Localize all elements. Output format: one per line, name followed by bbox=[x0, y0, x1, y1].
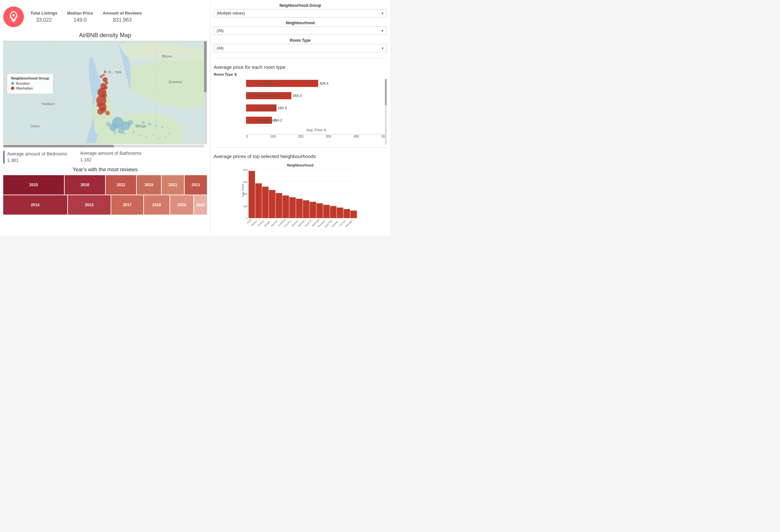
right-panel: Neighbourhood Group (Multiple values) Ne… bbox=[210, 3, 387, 233]
nbh-bar-1[interactable] bbox=[255, 183, 262, 218]
bar-value-1: 269.3 bbox=[293, 94, 302, 98]
svg-text:0: 0 bbox=[246, 217, 248, 220]
avg-price-label: Avg. Price bbox=[306, 128, 323, 132]
bedrooms-value: 1.381 bbox=[7, 158, 67, 163]
treemap-cell-0-0[interactable]: 2015 bbox=[3, 175, 64, 195]
svg-point-21 bbox=[102, 93, 107, 98]
treemap-cell-1-4[interactable]: 2022 bbox=[170, 195, 194, 215]
svg-point-46 bbox=[152, 135, 154, 137]
total-listings-value: 33,022 bbox=[36, 17, 52, 23]
median-price-label: Median Price bbox=[67, 11, 93, 16]
svg-point-23 bbox=[105, 82, 108, 85]
svg-point-33 bbox=[118, 127, 124, 134]
axis-tick-100: 100 bbox=[270, 135, 276, 138]
nbh-bar-6[interactable] bbox=[289, 197, 296, 218]
svg-point-40 bbox=[161, 126, 164, 128]
bar-value-0: 428.4 bbox=[320, 82, 329, 85]
treemap-cell-1-3[interactable]: 2018 bbox=[144, 195, 169, 215]
chart-scrollbar-thumb bbox=[385, 79, 387, 105]
legend-item-brooklyn: Brooklyn bbox=[11, 82, 49, 85]
neighbourhood-label: Neighbourhood bbox=[214, 21, 387, 25]
room-type-select[interactable]: (All) bbox=[214, 44, 387, 52]
treemap-cell-1-5[interactable]: 2020 bbox=[194, 195, 207, 215]
header: airbnb Total Listings 33,022 Median Pric… bbox=[3, 3, 207, 31]
svg-point-0 bbox=[12, 14, 14, 16]
neighbourhood-group-select[interactable]: (Multiple values) bbox=[214, 9, 387, 17]
nbh-chart: NeighbourhoodAvg. Price8006004002000SoHo… bbox=[214, 162, 387, 233]
manhattan-dot bbox=[11, 87, 14, 90]
bathrooms-value: 1.182 bbox=[80, 157, 142, 162]
treemap-cell-0-2[interactable]: 2012 bbox=[106, 175, 136, 195]
neighbourhood-select[interactable]: (All) bbox=[214, 26, 387, 35]
nbh-bar-12[interactable] bbox=[330, 206, 337, 218]
svg-point-48 bbox=[164, 136, 166, 138]
svg-point-47 bbox=[158, 138, 160, 139]
svg-text:Queens: Queens bbox=[168, 79, 182, 84]
nbh-bar-9[interactable] bbox=[310, 202, 316, 218]
nbh-bar-3[interactable] bbox=[269, 190, 276, 218]
nbh-bar-4[interactable] bbox=[276, 193, 282, 218]
airbnb-logo: airbnb bbox=[3, 6, 24, 27]
treemap-row-0: 201520162012201920212011 bbox=[3, 175, 207, 195]
svg-point-44 bbox=[139, 135, 141, 137]
room-type-chart: Average price for each room type Room Ty… bbox=[214, 64, 387, 145]
nbh-bar-8[interactable] bbox=[303, 200, 309, 218]
svg-point-35 bbox=[106, 122, 111, 126]
nbh-bar-5[interactable] bbox=[283, 196, 289, 218]
map-right-scrollbar[interactable] bbox=[204, 41, 207, 144]
bedrooms-bar-indicator bbox=[3, 151, 4, 164]
room-type-filter: Room Type (All) bbox=[214, 38, 387, 52]
nbh-bar-14[interactable] bbox=[344, 209, 350, 218]
bar-row-1: Entire home/apt269.3 bbox=[246, 91, 387, 100]
neighbourhood-chart: Average prices of top selected Neighbour… bbox=[214, 154, 387, 233]
axis-tick-0: 0 bbox=[246, 135, 248, 138]
nbh-bar-13[interactable] bbox=[337, 208, 343, 218]
nbh-bar-0[interactable] bbox=[249, 171, 255, 218]
treemap-cell-0-5[interactable]: 2011 bbox=[185, 175, 207, 195]
bar-row-3: Shared room154.2 bbox=[246, 116, 387, 125]
treemap-cell-0-4[interactable]: 2021 bbox=[162, 175, 184, 195]
bathrooms-stat: Average amount of Bathrooms 1.182 bbox=[80, 151, 142, 162]
svg-point-28 bbox=[102, 74, 105, 76]
median-price-value: 149.0 bbox=[74, 17, 87, 23]
total-listings-label: Total Listings bbox=[31, 11, 58, 16]
treemap-cell-1-2[interactable]: 2017 bbox=[111, 195, 143, 215]
map-container[interactable]: Bronx Queens Kings Hudson Union N... Yor… bbox=[3, 41, 207, 144]
bar-row-0: Hotel room428.4 bbox=[246, 79, 387, 88]
svg-text:N... York: N... York bbox=[108, 70, 121, 74]
nbh-bar-10[interactable] bbox=[316, 203, 323, 218]
median-price-stat: Median Price 149.0 bbox=[67, 11, 93, 23]
map-bottom-scrollbar[interactable] bbox=[3, 145, 204, 147]
treemap-cell-1-0[interactable]: 2014 bbox=[3, 195, 67, 215]
map-legend: Neighbourhood Group Brooklyn Manhattan bbox=[7, 73, 53, 94]
treemap-cell-0-3[interactable]: 2019 bbox=[137, 175, 161, 195]
divider-1 bbox=[214, 58, 387, 58]
bar-label-2: Private room bbox=[246, 106, 277, 110]
amount-reviews-label: Amount of Reviews bbox=[103, 11, 142, 16]
svg-point-26 bbox=[105, 111, 110, 115]
svg-point-37 bbox=[142, 121, 145, 124]
nbh-bar-7[interactable] bbox=[296, 199, 303, 218]
treemap-cell-0-1[interactable]: 2016 bbox=[65, 175, 105, 195]
treemap-cell-1-1[interactable]: 2013 bbox=[68, 195, 111, 215]
neighbourhood-chart-title: Average prices of top selected Neighbour… bbox=[214, 154, 387, 159]
sort-icon[interactable]: ⇅ bbox=[234, 73, 237, 76]
total-listings-stat: Total Listings 33,022 bbox=[31, 11, 58, 23]
legend-item-manhattan: Manhattan bbox=[11, 86, 49, 90]
svg-point-36 bbox=[135, 124, 139, 128]
svg-point-39 bbox=[155, 124, 157, 127]
nbh-bar-11[interactable] bbox=[324, 205, 330, 218]
sort-icon-2[interactable]: ⇅ bbox=[324, 128, 326, 132]
svg-text:400: 400 bbox=[243, 193, 248, 196]
nbh-chart-svg: NeighbourhoodAvg. Price8006004002000SoHo… bbox=[214, 162, 387, 233]
divider-2 bbox=[214, 147, 387, 148]
nbh-bar-15[interactable] bbox=[350, 211, 357, 218]
nbh-bar-2[interactable] bbox=[262, 187, 269, 218]
map-title: AirBNB density Map bbox=[3, 32, 207, 39]
amount-reviews-value: 831,963 bbox=[113, 17, 132, 23]
room-type-label: Room Type bbox=[214, 38, 387, 43]
svg-point-25 bbox=[101, 107, 106, 113]
room-type-header-label: Room Type bbox=[214, 72, 233, 76]
bathrooms-label: Average amount of Bathrooms bbox=[80, 151, 142, 156]
chart-scrollbar[interactable] bbox=[385, 79, 387, 145]
